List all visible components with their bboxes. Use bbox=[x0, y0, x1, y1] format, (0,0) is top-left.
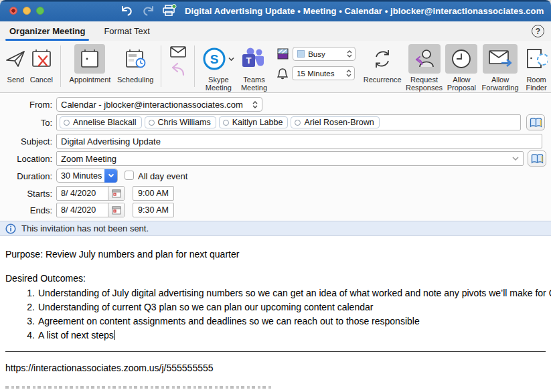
duration-select[interactable]: 30 Minutes bbox=[56, 169, 118, 183]
minimize-window-button[interactable] bbox=[23, 7, 31, 15]
tab-organizer-meeting-label: Organizer Meeting bbox=[9, 26, 85, 36]
starts-time-field[interactable]: 9:00 AM bbox=[133, 186, 174, 201]
ends-time-value: 9:30 AM bbox=[138, 205, 169, 215]
cancel-button[interactable]: Cancel bbox=[27, 44, 56, 84]
teams-icon: T bbox=[241, 44, 266, 74]
presence-icon bbox=[149, 120, 155, 126]
ribbon-tab-bar: Organizer Meeting Format Text ? bbox=[0, 21, 551, 41]
from-value: Calendar - jblocker@interactionassociate… bbox=[61, 100, 243, 110]
allow-forwarding-icon bbox=[483, 44, 518, 74]
meeting-form: From: Calendar - jblocker@interactionass… bbox=[0, 94, 551, 221]
from-select[interactable]: Calendar - jblocker@interactionassociate… bbox=[56, 97, 262, 112]
location-label: Location: bbox=[3, 154, 52, 164]
print-icon[interactable] bbox=[162, 4, 177, 17]
starts-label: Starts: bbox=[3, 189, 52, 199]
recipient-pill[interactable]: Kaitlyn Labbe bbox=[219, 116, 289, 128]
to-field[interactable]: Annelise Blackall Chris Williams Kaitlyn… bbox=[56, 114, 521, 130]
ends-date-field[interactable]: 8/ 4/2020 bbox=[56, 203, 125, 217]
ribbon: Send Cancel Appointment Scheduling bbox=[0, 41, 551, 93]
ribbon-divider bbox=[60, 45, 61, 87]
skype-meeting-button[interactable]: S Skype Meeting bbox=[200, 44, 238, 92]
address-book-button[interactable] bbox=[526, 114, 545, 130]
duration-label: Duration: bbox=[3, 171, 52, 181]
chevron-down-icon[interactable] bbox=[512, 157, 519, 161]
tab-format-text-label: Format Text bbox=[104, 26, 149, 36]
request-responses-icon bbox=[408, 44, 441, 74]
recipient-pill[interactable]: Ariel Rosen-Brown bbox=[291, 116, 379, 128]
reminder-bell-icon bbox=[277, 68, 288, 80]
meeting-compose-window: Digital Advertising Update • Meeting • C… bbox=[0, 0, 551, 392]
allow-proposal-label: Allow Proposal bbox=[445, 76, 479, 92]
undo-icon[interactable] bbox=[119, 4, 134, 17]
outcome-number: 2. bbox=[20, 302, 35, 312]
all-day-checkbox[interactable] bbox=[125, 171, 134, 180]
outcome-text: Understanding of current Q3 plan so we c… bbox=[38, 302, 373, 312]
help-icon[interactable]: ? bbox=[532, 25, 544, 37]
ribbon-divider bbox=[194, 45, 195, 87]
show-as-select[interactable]: Busy bbox=[293, 47, 356, 61]
recipient-name: Kaitlyn Labbe bbox=[232, 118, 283, 127]
svg-text:S: S bbox=[210, 52, 219, 66]
from-label: From: bbox=[3, 100, 52, 110]
redo-icon[interactable] bbox=[141, 4, 155, 17]
address-book-icon bbox=[531, 154, 544, 164]
message-body[interactable]: Purpose: Review July numbers and plan fo… bbox=[0, 236, 551, 392]
starts-time-value: 9:00 AM bbox=[138, 189, 169, 198]
email-message-icon[interactable] bbox=[170, 44, 186, 59]
stepper-icon bbox=[252, 101, 258, 108]
info-bar: This invitation has not been sent. bbox=[0, 221, 551, 236]
stepper-icon bbox=[347, 50, 352, 58]
recurrence-label: Recurrence bbox=[364, 76, 402, 84]
recurrence-button[interactable]: Recurrence bbox=[361, 44, 404, 84]
meeting-link[interactable]: https://interactionassociates.zoom.us/j/… bbox=[5, 363, 214, 373]
appointment-button[interactable]: Appointment bbox=[66, 44, 114, 84]
scheduling-button[interactable]: Scheduling bbox=[114, 44, 156, 84]
tab-organizer-meeting[interactable]: Organizer Meeting bbox=[7, 21, 88, 41]
chevron-down-icon bbox=[104, 169, 117, 183]
cancel-icon bbox=[31, 44, 52, 74]
zoom-window-button[interactable] bbox=[36, 7, 44, 15]
outcome-number: 4. bbox=[20, 330, 35, 340]
allow-forwarding-button[interactable]: Allow Forwarding bbox=[479, 44, 522, 92]
recipient-pill[interactable]: Chris Williams bbox=[145, 116, 216, 128]
room-finder-book-button[interactable] bbox=[528, 151, 546, 167]
send-button[interactable]: Send bbox=[4, 44, 27, 84]
recurrence-icon bbox=[371, 44, 394, 74]
ends-time-field[interactable]: 9:30 AM bbox=[133, 203, 174, 217]
purpose-line: Purpose: Review July numbers and plan fo… bbox=[5, 249, 239, 260]
scheduling-icon bbox=[124, 44, 147, 74]
reply-icon[interactable] bbox=[170, 59, 186, 79]
location-field[interactable]: Zoom Meeting bbox=[56, 151, 524, 166]
text-cursor bbox=[114, 330, 115, 340]
subject-field[interactable]: Digital Advertising Update bbox=[56, 134, 542, 149]
subject-label: Subject: bbox=[3, 136, 52, 146]
status-reminder-group: Busy 15 Minutes bbox=[277, 47, 356, 80]
clipped-text-remnant bbox=[5, 386, 273, 389]
recipient-pill[interactable]: Annelise Blackall bbox=[60, 116, 142, 128]
close-window-button[interactable] bbox=[9, 7, 17, 15]
tab-format-text[interactable]: Format Text bbox=[101, 21, 152, 41]
reminder-select[interactable]: 15 Minutes bbox=[292, 66, 355, 80]
appointment-label: Appointment bbox=[70, 76, 111, 84]
message-reply-group bbox=[166, 44, 189, 79]
recipient-name: Ariel Rosen-Brown bbox=[304, 118, 374, 127]
scheduling-label: Scheduling bbox=[117, 76, 153, 84]
calendar-picker-icon[interactable] bbox=[108, 203, 124, 217]
starts-date-value: 8/ 4/2020 bbox=[61, 189, 96, 198]
outcomes-heading: Desired Outcomes: bbox=[5, 273, 86, 284]
reminder-value: 15 Minutes bbox=[297, 70, 346, 78]
address-book-icon bbox=[530, 118, 542, 128]
subject-value: Digital Advertising Update bbox=[61, 136, 161, 146]
teams-meeting-button[interactable]: T Teams Meeting bbox=[238, 44, 270, 92]
send-icon bbox=[5, 44, 26, 74]
starts-date-field[interactable]: 8/ 4/2020 bbox=[56, 186, 125, 201]
outcome-text-value: A list of next steps bbox=[38, 330, 114, 340]
calendar-picker-icon[interactable] bbox=[108, 187, 124, 200]
window-controls bbox=[9, 7, 44, 15]
room-finder-button[interactable]: Room Finder bbox=[522, 44, 551, 92]
stepper-icon bbox=[346, 70, 351, 77]
outcome-text: A list of next steps bbox=[38, 330, 115, 340]
request-responses-button[interactable]: Request Responses bbox=[404, 44, 444, 92]
body-divider-line bbox=[5, 351, 546, 352]
allow-proposal-button[interactable]: Allow Proposal bbox=[445, 44, 479, 92]
